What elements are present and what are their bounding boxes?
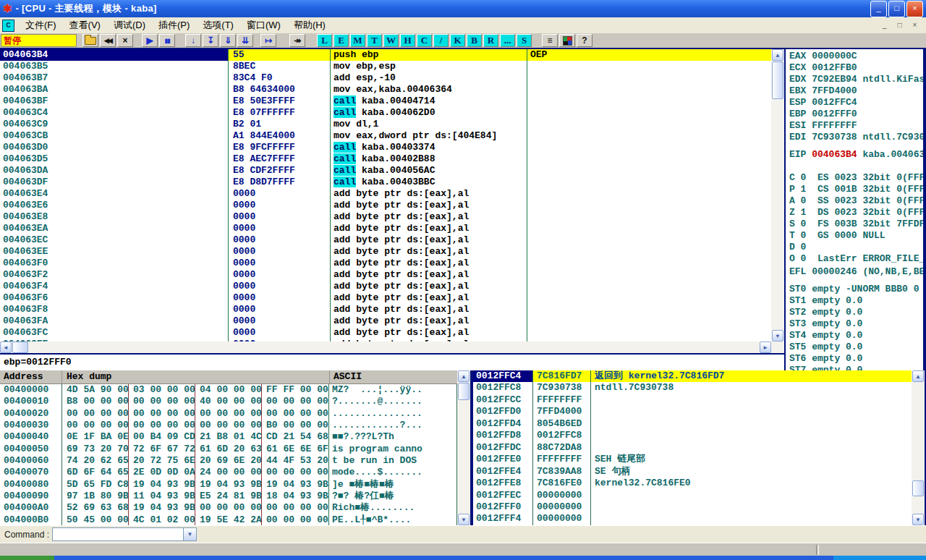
scroll-thumb[interactable] [772, 61, 783, 99]
execute-till-return-button[interactable]: ↦ [260, 34, 276, 47]
run-trace-button[interactable]: ... [500, 34, 515, 47]
stack-row[interactable]: 0012FFD48054B6ED [473, 418, 912, 430]
menu-item-help[interactable]: 帮助(H) [287, 17, 332, 33]
stack-row[interactable]: 0012FFE47C839AA8SE 句柄 [473, 466, 912, 478]
handles-button[interactable]: H [400, 34, 415, 47]
stack-scrollbar[interactable]: ▲ ▼ [912, 370, 925, 525]
stack-row[interactable]: 0012FFCCFFFFFFFF [473, 394, 912, 406]
dump-row[interactable]: 004000A052 69 63 6819 04 93 9B00 00 00 0… [0, 502, 457, 514]
command-input[interactable] [53, 528, 183, 540]
breakpoints-button[interactable]: B [467, 34, 482, 47]
scroll-down-button[interactable]: ▼ [912, 514, 924, 525]
cpu-child-icon[interactable]: C [2, 20, 14, 32]
menu-item-debug[interactable]: 调试(D) [107, 17, 152, 33]
disasm-row[interactable]: 004063DAE8 CDF2FFFFcall kaba.004056AC [0, 165, 771, 177]
stack-row[interactable]: 0012FFDC88C72DA8 [473, 442, 912, 454]
register-line[interactable]: T 0 GS 0000 NULL [786, 230, 923, 242]
disasm-row[interactable]: 004063F80000add byte ptr ds:[eax],al [0, 304, 771, 315]
register-line[interactable]: ST2 empty 0.0 [786, 307, 923, 318]
step-into-button[interactable]: ↓ [185, 34, 201, 47]
dump-row[interactable]: 0040009097 1B 80 9B11 04 93 9BE5 24 81 9… [0, 491, 457, 502]
trace-into-button[interactable]: ⇓ [220, 34, 236, 47]
command-dropdown-button[interactable]: ▼ [183, 528, 196, 540]
dump-row[interactable]: 0040006074 20 62 6520 72 75 6E20 69 6E 2… [0, 455, 457, 467]
disasm-row[interactable]: 004063CBA1 844E4000mov eax,dword ptr ds:… [0, 130, 771, 142]
register-line[interactable]: ST1 empty 0.0 [786, 295, 923, 307]
scroll-up-button[interactable]: ▲ [458, 370, 470, 382]
register-line[interactable]: ST6 empty 0.0 [786, 353, 923, 365]
disasm-row[interactable]: 004063EE0000add byte ptr ds:[eax],al [0, 246, 771, 258]
register-line[interactable]: ST3 empty 0.0 [786, 318, 923, 330]
register-line[interactable]: EBP 0012FFF0 [786, 109, 923, 120]
disasm-row[interactable]: 004063FA0000add byte ptr ds:[eax],al [0, 315, 771, 327]
disasm-row[interactable]: 004063B455push ebpOEP [0, 49, 771, 61]
register-line[interactable]: EAX 0000000C [786, 51, 923, 62]
scroll-up-button[interactable]: ▲ [912, 370, 924, 382]
command-combobox[interactable]: ▼ [52, 527, 197, 541]
register-line[interactable]: A 0 SS 0023 32bit 0(FFF [786, 195, 923, 207]
scroll-thumb[interactable] [912, 480, 924, 496]
scroll-down-button[interactable]: ▼ [458, 514, 470, 525]
register-line[interactable]: Z 1 DS 0023 32bit 0(FFF [786, 207, 923, 219]
register-line[interactable]: D 0 [786, 242, 923, 253]
register-line[interactable]: EFL 00000246 (NO,NB,E,BE [786, 266, 923, 278]
options-list-icon[interactable]: ≡ [542, 34, 558, 47]
stack-row[interactable]: 0012FFD07FFD4000 [473, 406, 912, 417]
stack-row[interactable]: 0012FFF400000000 [473, 513, 912, 525]
disassembly-scrollbar[interactable]: ▲ ▼ [771, 49, 784, 341]
mdi-close-button[interactable]: × [908, 20, 922, 32]
mdi-minimize-button[interactable]: _ [878, 20, 891, 32]
windows-button[interactable]: W [383, 34, 399, 47]
dump-row[interactable]: 004000400E 1F BA 0E00 B4 09 CD21 B8 01 4… [0, 431, 457, 443]
scroll-down-button[interactable]: ▼ [772, 330, 783, 341]
memory-map-button[interactable]: M [350, 34, 365, 47]
dump-row[interactable]: 00400010B8 00 00 0000 00 00 0040 00 00 0… [0, 396, 457, 407]
disasm-row[interactable]: 004063E80000add byte ptr ds:[eax],al [0, 211, 771, 223]
scroll-thumb[interactable] [458, 383, 470, 400]
menu-item-window[interactable]: 窗口(W) [240, 17, 287, 33]
disasm-row[interactable]: 004063B783C4 F0add esp,-10 [0, 72, 771, 84]
disasm-row[interactable]: 004063D0E8 9FCFFFFFcall kaba.00403374 [0, 142, 771, 153]
disasm-row[interactable]: 004063DFE8 D8D7FFFFcall kaba.00403BBC [0, 177, 771, 188]
register-line[interactable]: ESP 0012FFC4 [786, 97, 923, 109]
source-button[interactable]: S [517, 34, 532, 47]
register-line[interactable]: ESI FFFFFFFF [786, 120, 923, 132]
register-line[interactable]: P 1 CS 001B 32bit 0(FFF [786, 184, 923, 195]
dump-row[interactable]: 004000004D 5A 90 0003 00 00 0004 00 00 0… [0, 384, 457, 396]
register-line[interactable]: EIP 004063B4 kaba.004063 [786, 149, 923, 161]
disasm-row[interactable]: 004063E40000add byte ptr ds:[eax],al [0, 188, 771, 200]
stack-row[interactable]: 0012FFF000000000 [473, 501, 912, 513]
stack-row[interactable]: 0012FFEC00000000 [473, 490, 912, 501]
disasm-row[interactable]: 004063F40000add byte ptr ds:[eax],al [0, 281, 771, 292]
register-line[interactable]: ST7 empty 0.0 [786, 365, 923, 370]
dump-header-address[interactable]: Address [0, 370, 62, 383]
scroll-thumb[interactable] [12, 341, 28, 353]
go-to-address-button[interactable]: ↠ [289, 34, 305, 47]
cpu-window-button[interactable]: C [417, 34, 432, 47]
close-button[interactable]: × [906, 1, 923, 17]
register-line[interactable]: EDX 7C92EB94 ntdll.KiFas [786, 74, 923, 85]
disasm-row[interactable]: 004063C4E8 07FFFFFFcall kaba.004062D0 [0, 107, 771, 119]
close-program-button[interactable]: × [117, 34, 133, 47]
dump-header-hex[interactable]: Hex dump [62, 370, 330, 383]
register-line[interactable]: S 0 FS 003B 32bit 7FFDF [786, 219, 923, 230]
dump-scrollbar[interactable]: ▲ ▼ [457, 370, 470, 525]
scroll-up-button[interactable]: ▲ [772, 49, 783, 61]
disasm-row[interactable]: 004063F60000add byte ptr ds:[eax],al [0, 292, 771, 304]
call-stack-button[interactable]: K [450, 34, 465, 47]
pause-button[interactable]: ▮▮ [159, 34, 175, 47]
register-line[interactable]: ST0 empty -UNORM BBB0 0 [786, 284, 923, 295]
menu-item-file[interactable]: 文件(F) [19, 17, 63, 33]
dump-row[interactable]: 004000B050 45 00 004C 01 02 0019 5E 42 2… [0, 514, 457, 526]
patches-button[interactable]: / [433, 34, 449, 47]
restart-button[interactable]: ◀◀ [100, 34, 116, 47]
stack-row[interactable]: 0012FFD80012FFC8 [473, 430, 912, 441]
register-line[interactable]: C 0 ES 0023 32bit 0(FFF [786, 172, 923, 184]
log-window-button[interactable]: L [317, 34, 332, 47]
threads-button[interactable]: T [367, 34, 382, 47]
stack-row[interactable]: 0012FFE0FFFFFFFFSEH 链尾部 [473, 454, 912, 465]
step-over-button[interactable]: ↧ [203, 34, 218, 47]
mdi-restore-button[interactable]: □ [893, 20, 906, 32]
disasm-row[interactable]: 004063EA0000add byte ptr ds:[eax],al [0, 223, 771, 234]
restore-button[interactable]: □ [888, 1, 905, 17]
